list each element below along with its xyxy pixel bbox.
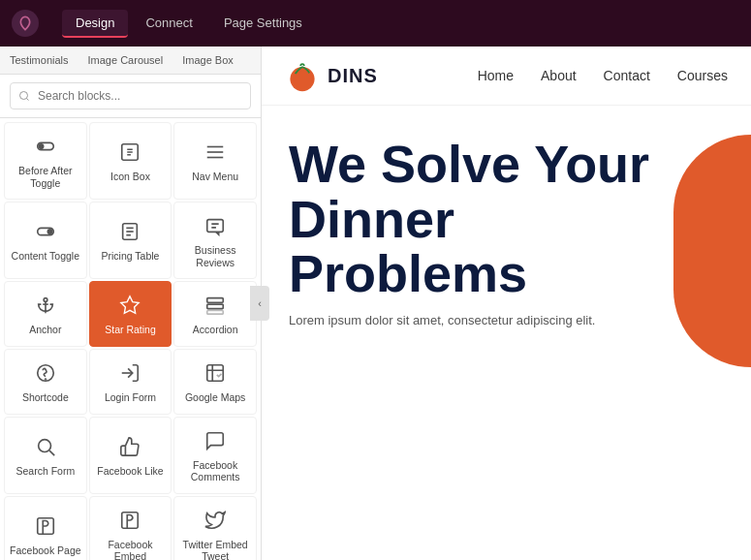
block-facebook-embed[interactable]: Facebook Embed xyxy=(89,496,172,560)
hero-subtitle: Lorem ipsum dolor sit amet, consectetur … xyxy=(289,313,618,327)
block-label: Search Form xyxy=(16,465,75,478)
block-label: Facebook Like xyxy=(97,465,163,478)
svg-rect-22 xyxy=(207,365,224,382)
block-pricing-table[interactable]: Pricing Table xyxy=(89,202,172,279)
google-maps-icon xyxy=(202,359,229,387)
star-rating-icon xyxy=(116,292,143,319)
nav-menu-icon xyxy=(202,139,229,166)
sidebar-tab-image-carousel[interactable]: Image Carousel xyxy=(78,47,173,74)
svg-point-13 xyxy=(44,298,47,302)
block-accordion[interactable]: Accordion xyxy=(173,281,257,347)
block-label: Google Maps xyxy=(185,391,245,404)
preview-area: DINS Home About Contact Courses We Solve… xyxy=(262,47,751,560)
tab-design[interactable]: Design xyxy=(62,10,128,38)
login-form-icon xyxy=(116,359,143,387)
facebook-embed-icon xyxy=(116,507,143,534)
preview-logo-icon xyxy=(285,58,320,93)
svg-point-7 xyxy=(47,230,52,234)
search-form-icon xyxy=(32,433,59,460)
preview-hero: We Solve Your Dinner Problems Lorem ipsu… xyxy=(262,106,751,347)
twitter-embed-icon xyxy=(202,507,229,534)
icon-box-icon xyxy=(116,139,143,166)
search-input[interactable] xyxy=(10,82,251,109)
sidebar-collapse-button[interactable]: ‹ xyxy=(250,286,269,321)
block-label: Pricing Table xyxy=(102,250,160,263)
nav-link-home[interactable]: Home xyxy=(478,68,514,83)
top-bar-tabs: Design Connect Page Settings xyxy=(62,10,316,38)
block-label: Anchor xyxy=(29,324,61,336)
block-shortcode[interactable]: Shortcode xyxy=(4,349,87,415)
block-icon-box[interactable]: Icon Box xyxy=(89,122,172,200)
tab-page-settings[interactable]: Page Settings xyxy=(210,10,316,38)
sidebar-scroll-tabs: Testimonials Image Carousel Image Box xyxy=(0,47,261,75)
main-area: Testimonials Image Carousel Image Box xyxy=(0,47,751,560)
facebook-comments-icon xyxy=(202,427,229,454)
block-label: Icon Box xyxy=(110,171,150,183)
svg-rect-18 xyxy=(207,311,224,315)
block-label: Facebook Comments xyxy=(178,459,252,483)
accordion-icon xyxy=(202,292,229,319)
svg-line-24 xyxy=(49,451,54,455)
toggle-icon xyxy=(32,133,59,160)
svg-point-1 xyxy=(39,144,44,149)
block-anchor[interactable]: Anchor xyxy=(4,281,87,347)
block-label: Facebook Embed xyxy=(94,539,168,560)
block-facebook-like[interactable]: Facebook Like xyxy=(89,417,172,494)
block-label: Nav Menu xyxy=(192,171,238,183)
block-twitter-embed[interactable]: Twitter Embed Tweet xyxy=(173,496,257,560)
svg-point-20 xyxy=(45,379,46,380)
block-google-maps[interactable]: Google Maps xyxy=(173,349,257,415)
block-login-form[interactable]: Login Form xyxy=(89,349,172,415)
block-label: Shortcode xyxy=(22,391,69,404)
block-facebook-page[interactable]: Facebook Page xyxy=(4,496,87,560)
nav-link-about[interactable]: About xyxy=(541,68,577,83)
preview-logo: DINS xyxy=(285,58,378,93)
pricing-table-icon xyxy=(116,218,143,245)
facebook-like-icon xyxy=(116,433,143,460)
blocks-grid: Before After Toggle Icon Box xyxy=(0,118,261,560)
block-label: Before After Toggle xyxy=(9,165,82,189)
block-search-form[interactable]: Search Form xyxy=(4,417,87,494)
preview-nav-links: Home About Contact Courses xyxy=(478,68,728,83)
preview-navbar: DINS Home About Contact Courses xyxy=(262,47,751,106)
facebook-page-icon xyxy=(32,513,59,540)
content-toggle-icon xyxy=(32,218,59,245)
block-label: Login Form xyxy=(105,391,156,404)
anchor-icon xyxy=(32,292,59,319)
nav-link-contact[interactable]: Contact xyxy=(604,68,650,83)
block-nav-menu[interactable]: Nav Menu xyxy=(173,122,257,200)
app-logo xyxy=(12,10,39,37)
sidebar: Testimonials Image Carousel Image Box xyxy=(0,47,262,560)
preview-logo-text: DINS xyxy=(328,65,378,87)
svg-rect-16 xyxy=(207,298,224,303)
svg-point-23 xyxy=(38,440,50,452)
block-label: Star Rating xyxy=(105,324,156,336)
block-label: Facebook Page xyxy=(10,544,81,557)
tab-connect[interactable]: Connect xyxy=(132,10,205,38)
block-label: Business Reviews xyxy=(178,244,252,268)
shortcode-icon xyxy=(32,359,59,387)
block-label: Accordion xyxy=(193,324,238,336)
top-bar: Design Connect Page Settings xyxy=(0,0,751,47)
svg-point-27 xyxy=(290,67,314,91)
block-label: Twitter Embed Tweet xyxy=(178,539,252,560)
decorative-orange-shape xyxy=(673,135,751,367)
hero-title: We Solve Your Dinner Problems xyxy=(289,137,657,301)
nav-link-courses[interactable]: Courses xyxy=(677,68,728,83)
svg-rect-17 xyxy=(207,304,224,309)
sidebar-wrapper: Testimonials Image Carousel Image Box xyxy=(0,47,262,560)
block-star-rating[interactable]: Star Rating xyxy=(89,281,172,347)
block-content-toggle[interactable]: Content Toggle xyxy=(4,202,87,279)
svg-rect-12 xyxy=(207,220,224,233)
block-business-reviews[interactable]: Business Reviews xyxy=(173,202,257,279)
sidebar-search-area xyxy=(0,75,261,118)
sidebar-tab-testimonials[interactable]: Testimonials xyxy=(0,47,78,74)
block-label: Content Toggle xyxy=(12,250,79,263)
block-before-after-toggle[interactable]: Before After Toggle xyxy=(4,122,87,200)
sidebar-tab-image-box[interactable]: Image Box xyxy=(172,47,243,74)
business-reviews-icon xyxy=(202,212,229,239)
svg-marker-15 xyxy=(121,296,139,313)
block-facebook-comments[interactable]: Facebook Comments xyxy=(173,417,257,494)
